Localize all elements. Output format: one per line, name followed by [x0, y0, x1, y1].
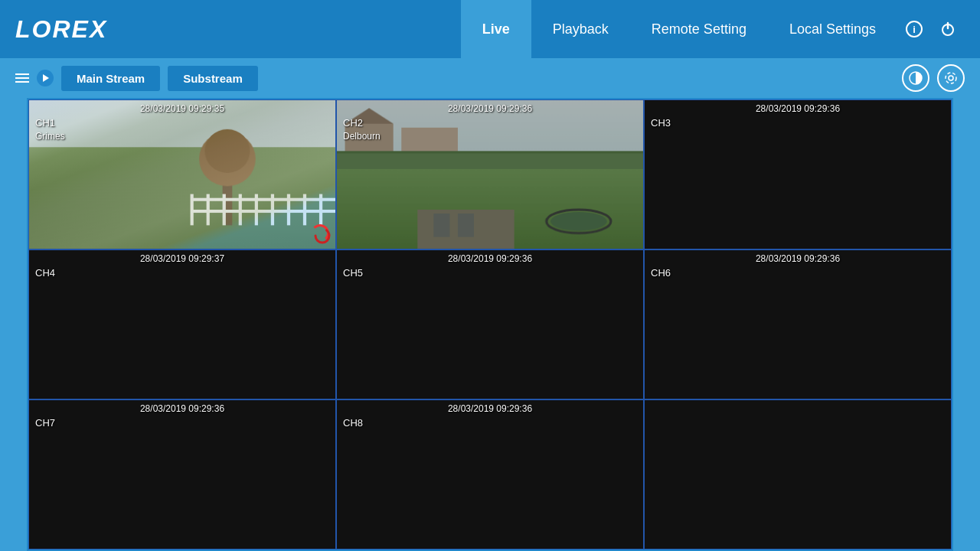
substream-button[interactable]: Substream — [168, 66, 258, 91]
nav-item-remote-setting[interactable]: Remote Setting — [630, 0, 768, 58]
nav-item-local-settings[interactable]: Local Settings — [768, 0, 897, 58]
ch4-label: CH4 — [35, 267, 55, 279]
svg-point-7 — [315, 229, 329, 243]
ch4-timestamp: 28/03/2019 09:29:37 — [140, 253, 224, 264]
ch5-label: CH5 — [343, 267, 363, 279]
ch1-camera-name: Grimes — [35, 131, 65, 142]
hamburger-icon — [15, 73, 29, 83]
ch7-label: CH7 — [35, 417, 55, 429]
ch3-timestamp: 28/03/2019 09:29:36 — [756, 103, 840, 114]
menu-button[interactable] — [15, 73, 29, 83]
toolbar: Main Stream Substream — [0, 58, 980, 98]
svg-point-6 — [946, 73, 956, 83]
camera-grid: 28/03/2019 09:29:35CH1Grimes 28/03/2019 … — [27, 98, 953, 551]
brand-logo: LOREX — [15, 15, 107, 44]
camera-cell-ch8[interactable]: 28/03/2019 09:29:36CH8 — [336, 399, 644, 549]
camera-cell-ch9[interactable] — [644, 399, 952, 549]
ch2-label: CH2 — [343, 117, 363, 129]
ch5-timestamp: 28/03/2019 09:29:36 — [448, 253, 532, 264]
nav-links: Live Playback Remote Setting Local Setti… — [461, 0, 965, 58]
ch7-timestamp: 28/03/2019 09:29:36 — [140, 403, 224, 414]
nav-item-live[interactable]: Live — [461, 0, 531, 58]
svg-point-5 — [949, 76, 953, 80]
ch2-camera-name: Delbourn — [343, 131, 381, 142]
camera-cell-ch6[interactable]: 28/03/2019 09:29:36CH6 — [644, 249, 952, 399]
toolbar-right — [902, 64, 965, 92]
toolbar-left: Main Stream Substream — [15, 66, 258, 91]
contrast-button[interactable] — [902, 64, 929, 92]
camera-grid-wrapper: 28/03/2019 09:29:35CH1Grimes 28/03/2019 … — [0, 98, 980, 551]
camera-cell-ch5[interactable]: 28/03/2019 09:29:36CH5 — [336, 249, 644, 399]
ch1-loading-icon — [311, 224, 329, 243]
power-button[interactable] — [931, 12, 965, 46]
ch6-label: CH6 — [651, 267, 671, 279]
ch1-timestamp: 28/03/2019 09:29:35 — [140, 103, 224, 114]
play-button[interactable] — [37, 70, 54, 86]
camera-cell-ch2[interactable]: 28/03/2019 09:29:36CH2Delbourn — [336, 99, 644, 249]
camera-cell-ch1[interactable]: 28/03/2019 09:29:35CH1Grimes — [28, 99, 336, 249]
ch3-label: CH3 — [651, 117, 671, 129]
svg-text:i: i — [913, 24, 916, 35]
nav-item-playback[interactable]: Playback — [531, 0, 630, 58]
ch8-label: CH8 — [343, 417, 363, 429]
camera-cell-ch4[interactable]: 28/03/2019 09:29:37CH4 — [28, 249, 336, 399]
settings-gear-button[interactable] — [937, 64, 965, 92]
ch1-label: CH1 — [35, 117, 55, 129]
top-navigation: LOREX Live Playback Remote Setting Local… — [0, 0, 980, 58]
main-stream-button[interactable]: Main Stream — [61, 66, 160, 91]
camera-cell-ch7[interactable]: 28/03/2019 09:29:36CH7 — [28, 399, 336, 549]
ch2-timestamp: 28/03/2019 09:29:36 — [448, 103, 532, 114]
ch8-timestamp: 28/03/2019 09:29:36 — [448, 403, 532, 414]
camera-cell-ch3[interactable]: 28/03/2019 09:29:36CH3 — [644, 99, 952, 249]
ch6-timestamp: 28/03/2019 09:29:36 — [756, 253, 840, 264]
info-button[interactable]: i — [897, 12, 931, 46]
